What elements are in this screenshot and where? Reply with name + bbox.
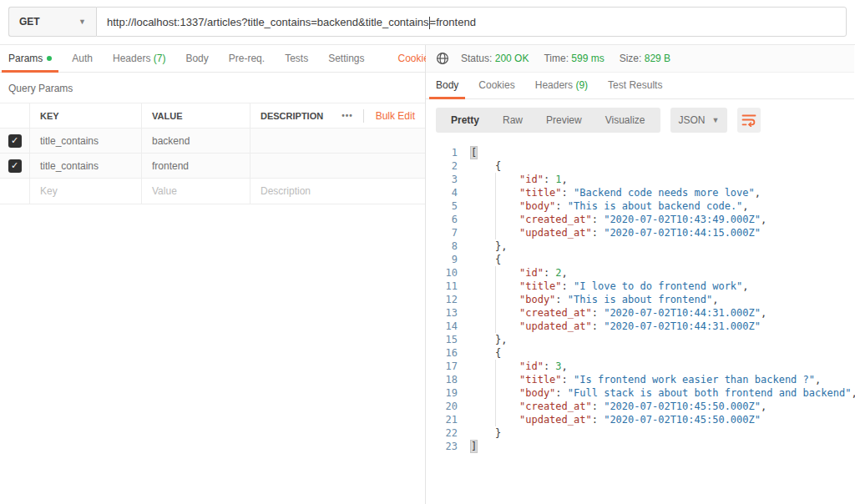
code-line: 1[ [434, 146, 854, 159]
code-line: 8}, [434, 239, 854, 253]
globe-icon [436, 52, 449, 65]
response-time: Time: 599 ms [544, 53, 604, 64]
code-line: 23] [434, 440, 854, 453]
param-key-field[interactable]: title_contains [30, 154, 142, 178]
param-key-field[interactable]: title_contains [30, 129, 142, 153]
param-value-field[interactable]: frontend [142, 154, 250, 178]
tab-tests[interactable]: Tests [285, 45, 308, 73]
divider [363, 109, 364, 123]
code-line: 2{ [434, 159, 854, 173]
tab-params[interactable]: Params [8, 45, 52, 73]
url-text-after-caret: =frontend [430, 16, 476, 28]
wrap-lines-button[interactable] [737, 108, 761, 133]
tab-headers[interactable]: Headers (7) [113, 45, 165, 73]
chevron-down-icon: ▼ [78, 18, 86, 26]
format-dropdown[interactable]: JSON ▼ [670, 108, 728, 133]
status-code: Status: 200 OK [461, 53, 529, 64]
line-number: 12 [434, 293, 458, 306]
line-number: 22 [434, 426, 458, 440]
response-tab-headers[interactable]: Headers (9) [535, 72, 588, 99]
green-dot-icon [47, 56, 52, 61]
params-header-key: KEY [30, 103, 142, 128]
code-line: 3"id": 1, [434, 173, 854, 186]
code-line: 11"title": "I love to do frontend work", [434, 280, 854, 293]
param-checkbox-cell [0, 179, 30, 204]
param-key-field[interactable]: Key [30, 179, 142, 204]
view-mode-switcher: PrettyRawPreviewVisualize [436, 108, 660, 133]
line-number: 8 [434, 239, 458, 253]
url-input[interactable]: http://localhost:1337/articles?title_con… [96, 7, 847, 37]
params-rows: ✓title_containsbackend✓title_containsfro… [0, 129, 425, 204]
method-dropdown[interactable]: GET ▼ [8, 7, 96, 37]
query-params-table: KEY VALUE DESCRIPTION ••• Bulk Edit ✓tit… [0, 103, 425, 204]
code-line: 14"updated_at": "2020-07-02T10:44:31.000… [434, 320, 854, 333]
param-value-field[interactable]: backend [142, 129, 250, 153]
line-number: 10 [434, 266, 458, 280]
line-number: 3 [434, 173, 458, 186]
response-tab-test-results[interactable]: Test Results [608, 72, 662, 99]
line-number: 13 [434, 306, 458, 320]
params-header-description: DESCRIPTION [261, 111, 323, 121]
tab-count: (9) [575, 79, 588, 91]
view-mode-preview[interactable]: Preview [534, 108, 594, 133]
code-line: 17"id": 3, [434, 360, 854, 373]
params-header-value: VALUE [142, 103, 250, 128]
tab-pre-req-[interactable]: Pre-req. [229, 45, 265, 73]
line-number: 19 [434, 386, 458, 400]
tab-count: (7) [154, 53, 166, 64]
code-line: 6"created_at": "2020-07-02T10:43:49.000Z… [434, 213, 854, 226]
param-description-field[interactable]: Description [250, 179, 425, 204]
line-number: 15 [434, 333, 458, 346]
line-number: 6 [434, 213, 458, 226]
word-wrap-icon [741, 113, 756, 127]
line-number: 2 [434, 159, 458, 173]
code-line: 19"body": "Full stack is about both fron… [434, 386, 854, 400]
line-number: 18 [434, 373, 458, 386]
code-line: 21"updated_at": "2020-07-02T10:45:50.000… [434, 413, 854, 426]
code-line: 4"title": "Backend code needs more love"… [434, 186, 854, 199]
line-number: 5 [434, 199, 458, 213]
param-checkbox-cell: ✓ [0, 129, 30, 153]
param-checkbox[interactable]: ✓ [8, 134, 22, 148]
request-tabs: ParamsAuthHeaders (7)BodyPre-req.TestsSe… [0, 45, 425, 73]
response-pane: Status: 200 OK Time: 599 ms Size: 829 B … [426, 45, 854, 504]
line-number: 4 [434, 186, 458, 199]
code-line: 5"body": "This is about backend code.", [434, 199, 854, 213]
code-line: 10"id": 2, [434, 266, 854, 280]
view-mode-visualize[interactable]: Visualize [594, 108, 657, 133]
line-number: 11 [434, 280, 458, 293]
code-line: 7"updated_at": "2020-07-02T10:44:15.000Z… [434, 226, 854, 239]
line-number: 14 [434, 320, 458, 333]
param-description-field[interactable] [250, 129, 425, 153]
line-number: 1 [434, 146, 458, 159]
param-checkbox[interactable]: ✓ [8, 159, 22, 173]
response-tabs: BodyCookiesHeaders (9)Test Results [426, 73, 854, 99]
response-body-editor[interactable]: 1[2{3"id": 1,4"title": "Backend code nee… [426, 141, 854, 453]
param-row: ✓title_containsbackend [0, 129, 425, 154]
chevron-down-icon: ▼ [712, 116, 720, 124]
params-header-checkbox-cell [0, 103, 30, 128]
bulk-edit-button[interactable]: Bulk Edit [366, 110, 415, 122]
param-row: ✓title_containsfrontend [0, 154, 425, 179]
param-description-field[interactable] [250, 154, 425, 178]
url-text-before-caret: http://localhost:1337/articles?title_con… [107, 16, 429, 28]
code-line: 18"title": "Is frontend work easier than… [434, 373, 854, 386]
response-tab-cookies[interactable]: Cookies [478, 72, 514, 99]
line-number: 16 [434, 346, 458, 360]
line-number: 9 [434, 253, 458, 266]
request-url-bar: GET ▼ http://localhost:1337/articles?tit… [0, 0, 855, 45]
line-number: 21 [434, 413, 458, 426]
tab-auth[interactable]: Auth [72, 45, 93, 73]
response-tab-body[interactable]: Body [436, 72, 458, 99]
code-line: 12"body": "This is about frontend", [434, 293, 854, 306]
view-mode-raw[interactable]: Raw [491, 108, 534, 133]
tab-settings[interactable]: Settings [328, 45, 364, 73]
response-size: Size: 829 B [620, 53, 670, 64]
code-line: 22} [434, 426, 854, 440]
response-view-toolbar: PrettyRawPreviewVisualize JSON ▼ [426, 99, 854, 141]
line-number: 20 [434, 400, 458, 413]
param-value-field[interactable]: Value [142, 179, 250, 204]
more-options-icon[interactable]: ••• [333, 111, 362, 120]
view-mode-pretty[interactable]: Pretty [439, 108, 491, 133]
tab-body[interactable]: Body [185, 45, 208, 73]
